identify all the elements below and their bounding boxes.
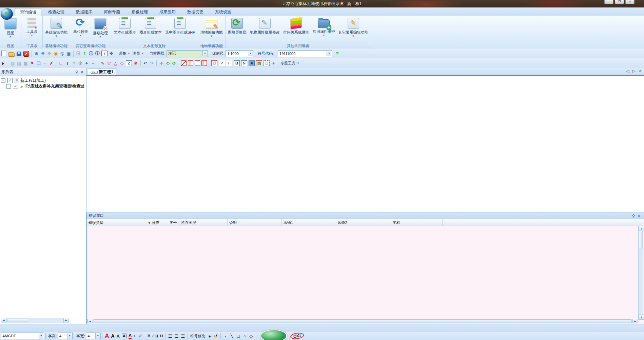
- col-obj1[interactable]: 地物1: [282, 219, 336, 226]
- rotate-icon[interactable]: ↺: [213, 333, 219, 339]
- ribbon-button-6-3[interactable]: 常用属性维护▼: [312, 17, 336, 37]
- col-status[interactable]: ▼状态: [146, 219, 167, 226]
- page-up-icon[interactable]: ↥: [81, 50, 88, 57]
- align-right-icon[interactable]: ☰: [180, 333, 186, 339]
- info-box-icon[interactable]: i: [101, 51, 108, 56]
- zoom-out-icon[interactable]: ⊖: [40, 50, 46, 57]
- italic-icon[interactable]: I: [152, 334, 153, 338]
- select-cursor-icon[interactable]: ➤: [0, 60, 6, 67]
- dataset-checkbox[interactable]: ✓: [13, 84, 18, 89]
- ribbon-tab-7[interactable]: 系统设置: [210, 8, 236, 16]
- font-color-red-icon[interactable]: A: [105, 333, 109, 339]
- close-project-icon[interactable]: ✕: [23, 51, 29, 57]
- rotate-right-icon[interactable]: ⟳: [171, 60, 177, 67]
- strikethrough-icon[interactable]: U: [160, 334, 163, 338]
- ribbon-tab-5[interactable]: 成果应用: [155, 8, 180, 16]
- new-document-icon[interactable]: [1, 51, 6, 56]
- font-color-black-icon[interactable]: A: [111, 333, 114, 339]
- ribbon-button-4-1[interactable]: 图形生成文本: [138, 17, 163, 35]
- copy-icon[interactable]: ❏: [35, 60, 42, 67]
- ribbon-tab-6[interactable]: 数据变更: [182, 8, 208, 16]
- col-layer[interactable]: 所在图层: [179, 219, 228, 226]
- erase-brush-icon[interactable]: ❋: [133, 60, 139, 67]
- pin-icon[interactable]: ⚲: [74, 69, 79, 75]
- close-button[interactable]: ✕: [625, 0, 635, 4]
- ellipse-tool-icon[interactable]: ◇: [248, 333, 254, 339]
- plus-small-icon[interactable]: +: [270, 60, 277, 67]
- ruler-icon[interactable]: ∟: [58, 60, 64, 67]
- select-inside-icon[interactable]: ▨: [16, 60, 22, 67]
- tree-root-row[interactable]: − ✓ ≣ 新工程1(加工): [0, 78, 86, 83]
- app-logo-globe-icon[interactable]: [1, 8, 13, 20]
- frame-rect-icon[interactable]: □: [211, 60, 217, 66]
- hatch-edge-icon[interactable]: [201, 60, 207, 66]
- col-no[interactable]: 序号: [167, 219, 179, 226]
- pick-cursor-icon[interactable]: ➤: [206, 333, 213, 339]
- adjust-menu[interactable]: 调整: [118, 50, 127, 57]
- redo-icon[interactable]: ↷: [149, 60, 155, 67]
- tree-dataset-row[interactable]: − ✓ ≡ F:\应城农房补充调查项目\检查过: [0, 83, 86, 89]
- hatch-half-icon[interactable]: [188, 60, 193, 66]
- ribbon-button-6-4[interactable]: 其它常用编辑功能▼: [337, 17, 369, 38]
- tab-close-icon[interactable]: ✕: [639, 69, 642, 73]
- col-obj2[interactable]: 地物2: [336, 219, 391, 226]
- pan-hand-icon[interactable]: ✥: [46, 50, 53, 57]
- underline-icon[interactable]: U: [155, 334, 158, 338]
- zoom-in-icon[interactable]: ⊕: [33, 50, 40, 57]
- text-tool-icon[interactable]: I: [64, 60, 71, 67]
- ribbon-button-3-0[interactable]: 单位转换▼: [72, 17, 90, 37]
- error-table-hscrollbar[interactable]: ◀▶: [87, 319, 638, 323]
- font-boxed-icon[interactable]: A: [122, 334, 126, 338]
- ribbon-button-1-0[interactable]: 工具条▼: [23, 17, 41, 37]
- rotate-left-icon[interactable]: ⟲: [164, 60, 171, 67]
- circle-tool-icon[interactable]: ○: [241, 333, 248, 339]
- minimize-button[interactable]: —: [604, 0, 613, 4]
- zoom-full-icon[interactable]: ◉: [53, 50, 59, 57]
- point-tool-icon[interactable]: ·: [222, 333, 229, 339]
- symbol-code-combo[interactable]: 19111000▼: [278, 50, 332, 57]
- circle-5-icon[interactable]: ⑤: [77, 60, 83, 67]
- info-icon[interactable]: ⓘ: [88, 50, 94, 57]
- col-desc[interactable]: 说明: [228, 219, 282, 226]
- collapse-icon[interactable]: −: [1, 78, 5, 83]
- ribbon-tab-4[interactable]: 影像处理: [127, 8, 153, 16]
- dashed-frame-icon[interactable]: □: [264, 60, 270, 66]
- ribbon-button-6-0[interactable]: 图块更换层: [227, 17, 248, 35]
- format-brush-icon[interactable]: ✐: [137, 333, 143, 339]
- ribbon-button-6-1[interactable]: 地物属性批量修改: [249, 17, 281, 35]
- bold-frame-icon[interactable]: B: [234, 60, 240, 66]
- frame-p-icon[interactable]: P: [219, 60, 225, 66]
- map-document-tab[interactable]: TOLL 新工程1: [88, 69, 116, 75]
- ribbon-tab-3[interactable]: 河南专题: [99, 8, 125, 16]
- hatch-slash-icon[interactable]: [181, 60, 187, 66]
- ribbon-button-5-0[interactable]: 地物编辑功能▼: [199, 17, 224, 38]
- font-outline-icon[interactable]: A: [117, 334, 120, 339]
- root-checkbox[interactable]: ✓: [7, 78, 13, 83]
- scale-combo[interactable]: 1:1000▼: [226, 50, 253, 57]
- triangle-down-icon[interactable]: ▽: [106, 60, 112, 67]
- ribbon-button-4-2[interactable]: 选中图形生成SHP: [164, 17, 196, 35]
- delete-icon[interactable]: ✗: [48, 60, 55, 67]
- char-width-combo[interactable]: 4▼: [86, 333, 101, 339]
- symbol-edit-button[interactable]: 符号修改: [189, 333, 206, 339]
- tab-scroll-left-icon[interactable]: ◁: [626, 69, 629, 73]
- diamond-icon[interactable]: ◇: [119, 60, 125, 67]
- font-name-combo[interactable]: AMGDT▼: [1, 333, 44, 339]
- line-tool-icon[interactable]: ╲: [229, 333, 235, 339]
- layer-symbol-icon[interactable]: ≣: [334, 50, 340, 57]
- ribbon-tab-2[interactable]: 数据建库: [71, 8, 97, 16]
- map-canvas[interactable]: [86, 75, 644, 213]
- move-icon[interactable]: ✛: [158, 60, 164, 67]
- select-cross-icon[interactable]: ▦: [22, 60, 29, 67]
- flag-icon[interactable]: ⚑: [29, 60, 35, 67]
- bold-icon[interactable]: B: [148, 334, 150, 338]
- magnifier-icon[interactable]: ◎: [59, 50, 65, 57]
- ribbon-button-4-0[interactable]: 文本生成图形: [113, 17, 137, 35]
- measure-menu[interactable]: 测量: [132, 50, 141, 57]
- align-left-icon[interactable]: ☰: [167, 333, 173, 339]
- n-frame-icon[interactable]: N: [241, 60, 247, 66]
- ribbon-tab-1[interactable]: 检查处理: [43, 8, 69, 16]
- box-zoom-icon[interactable]: ▣: [65, 50, 72, 57]
- grid-icon[interactable]: ⌗: [71, 60, 77, 67]
- maximize-button[interactable]: ❐: [615, 0, 624, 4]
